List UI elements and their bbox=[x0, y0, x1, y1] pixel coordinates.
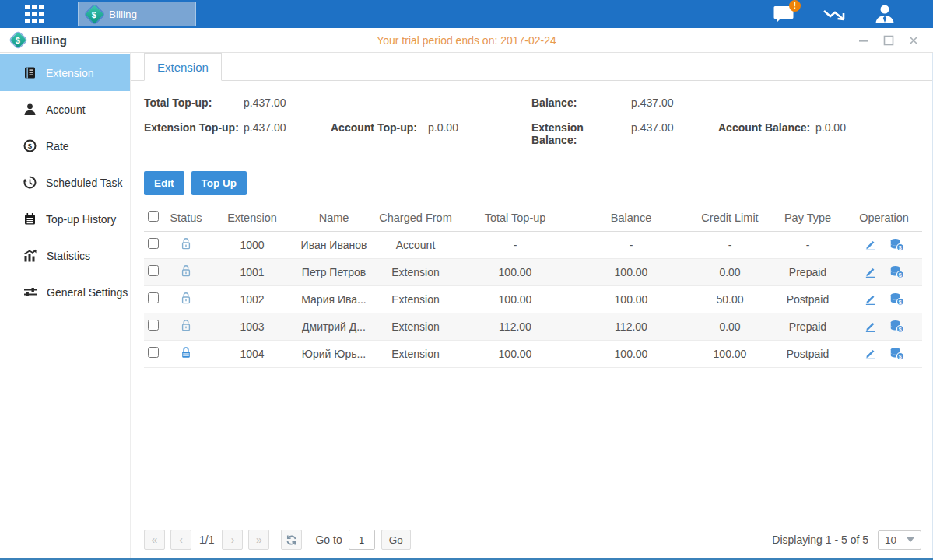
sidebar-item-rate[interactable]: $ Rate bbox=[0, 128, 130, 164]
sidebar-item-top-up-history[interactable]: Top-up History bbox=[0, 201, 130, 237]
lock-open-icon bbox=[180, 292, 192, 305]
last-page-button[interactable]: » bbox=[248, 530, 269, 550]
cell-total-top-up: 100.00 bbox=[458, 340, 572, 367]
table-row: 1002 Мария Ива... Extension 100.00 100.0… bbox=[144, 285, 922, 313]
page-size-select[interactable]: 10 bbox=[878, 530, 921, 550]
account-balance-value: p.0.00 bbox=[815, 121, 846, 134]
cell-total-top-up: - bbox=[458, 231, 572, 258]
go-to-label: Go to bbox=[315, 534, 342, 546]
first-page-button[interactable]: « bbox=[144, 530, 165, 550]
balance-value: p.437.00 bbox=[631, 96, 674, 109]
cell-extension: 1001 bbox=[209, 258, 295, 285]
billing-window-diamond-dollar-icon: $ bbox=[10, 32, 26, 48]
sidebar-item-account[interactable]: Account bbox=[0, 91, 130, 128]
edit-row-icon[interactable] bbox=[864, 238, 877, 251]
reports-chart-icon[interactable] bbox=[823, 5, 846, 23]
window-title: Billing bbox=[31, 33, 67, 47]
cell-balance: 100.00 bbox=[572, 258, 690, 285]
sidebar: Extension Account $ Rate Scheduled Task … bbox=[0, 53, 131, 558]
user-account-icon[interactable] bbox=[874, 4, 896, 24]
minimize-icon[interactable] bbox=[857, 33, 871, 47]
top-up-button[interactable]: Top Up bbox=[191, 171, 247, 195]
cell-charged-from: Extension bbox=[373, 340, 458, 367]
col-credit-limit: Credit Limit bbox=[690, 205, 770, 231]
col-operation: Operation bbox=[846, 205, 922, 231]
edit-row-icon[interactable] bbox=[864, 292, 877, 306]
table-header-row: Status Extension Name Charged From Total… bbox=[144, 205, 922, 231]
svg-text:$: $ bbox=[899, 245, 902, 251]
sidebar-item-statistics[interactable]: Statistics bbox=[0, 237, 130, 274]
cell-credit-limit: 50.00 bbox=[690, 285, 770, 313]
total-top-up-value: p.437.00 bbox=[244, 96, 286, 109]
lock-open-icon bbox=[180, 237, 192, 250]
tab-extension[interactable]: Extension bbox=[144, 53, 222, 81]
account-balance-label: Account Balance: bbox=[718, 121, 815, 134]
extension-balance-label: Extension Balance: bbox=[531, 121, 631, 146]
cell-credit-limit: - bbox=[690, 231, 770, 258]
app-launcher-grid-icon[interactable] bbox=[25, 5, 44, 23]
extension-table: Status Extension Name Charged From Total… bbox=[131, 205, 932, 368]
cell-name: Иван Иванов bbox=[295, 231, 373, 258]
top-up-row-icon[interactable]: $ bbox=[889, 320, 904, 333]
cell-name: Юрий Юрь... bbox=[295, 340, 373, 367]
row-checkbox[interactable] bbox=[148, 320, 159, 331]
refresh-icon[interactable] bbox=[281, 530, 302, 550]
cell-credit-limit: 0.00 bbox=[690, 313, 770, 340]
go-button[interactable]: Go bbox=[381, 530, 411, 550]
sidebar-item-extension[interactable]: Extension bbox=[0, 54, 130, 91]
row-checkbox[interactable] bbox=[148, 238, 159, 249]
edit-button[interactable]: Edit bbox=[144, 171, 184, 195]
top-up-row-icon[interactable]: $ bbox=[889, 347, 904, 360]
col-charged-from: Charged From bbox=[373, 205, 458, 231]
pagination-bar: « ‹ 1/1 › » Go to Go Displaying 1 - 5 of… bbox=[131, 525, 932, 558]
row-checkbox[interactable] bbox=[148, 292, 159, 303]
messages-icon[interactable]: ! bbox=[773, 5, 794, 23]
window-titlebar: $ Billing Your trial period ends on: 201… bbox=[0, 28, 933, 53]
svg-text:$: $ bbox=[899, 299, 902, 306]
table-row: 1001 Петр Петров Extension 100.00 100.00… bbox=[144, 258, 922, 285]
cell-pay-type: Postpaid bbox=[770, 285, 846, 313]
cell-pay-type: Postpaid bbox=[770, 340, 846, 367]
top-up-row-icon[interactable]: $ bbox=[889, 238, 904, 251]
page-indicator: 1/1 bbox=[199, 534, 214, 546]
col-total-top-up: Total Top-up bbox=[458, 205, 572, 231]
go-to-page-input[interactable] bbox=[349, 530, 375, 550]
row-checkbox[interactable] bbox=[148, 265, 159, 276]
tabstrip-divider bbox=[374, 53, 374, 80]
chevron-down-icon bbox=[907, 537, 914, 542]
cell-balance: - bbox=[572, 231, 690, 258]
displaying-range-text: Displaying 1 - 5 of 5 bbox=[772, 534, 868, 546]
sidebar-item-label: Top-up History bbox=[46, 213, 116, 226]
maximize-icon[interactable] bbox=[882, 33, 896, 47]
sidebar-item-general-settings[interactable]: General Settings bbox=[0, 274, 130, 310]
cell-extension: 1003 bbox=[209, 313, 295, 340]
statistics-icon bbox=[23, 249, 37, 262]
extension-top-up-value: p.437.00 bbox=[244, 121, 331, 134]
tab-strip: Extension bbox=[131, 53, 932, 81]
main-content: Extension Total Top-up: p.437.00 Extensi… bbox=[131, 53, 933, 558]
taskbar-billing-tab[interactable]: $ Billing bbox=[78, 2, 196, 26]
table-row: 1003 Дмитрий Д... Extension 112.00 112.0… bbox=[144, 313, 922, 340]
top-up-row-icon[interactable]: $ bbox=[889, 265, 904, 278]
next-page-button[interactable]: › bbox=[222, 530, 243, 550]
edit-row-icon[interactable] bbox=[864, 347, 877, 360]
dollar-circle-icon: $ bbox=[23, 139, 37, 152]
cell-extension: 1004 bbox=[209, 340, 295, 367]
svg-text:$: $ bbox=[899, 327, 902, 333]
account-top-up-label: Account Top-up: bbox=[331, 121, 428, 134]
cell-credit-limit: 0.00 bbox=[690, 258, 770, 285]
row-checkbox[interactable] bbox=[148, 347, 159, 358]
close-icon[interactable] bbox=[907, 33, 921, 47]
sidebar-item-scheduled-task[interactable]: Scheduled Task bbox=[0, 164, 130, 201]
edit-row-icon[interactable] bbox=[864, 320, 877, 333]
prev-page-button[interactable]: ‹ bbox=[170, 530, 191, 550]
page-size-value: 10 bbox=[885, 534, 896, 546]
sidebar-item-label: Scheduled Task bbox=[46, 177, 123, 189]
col-name: Name bbox=[295, 205, 373, 231]
select-all-checkbox[interactable] bbox=[148, 211, 159, 222]
top-up-row-icon[interactable]: $ bbox=[889, 292, 904, 306]
col-extension: Extension bbox=[209, 205, 295, 231]
cell-credit-limit: 100.00 bbox=[690, 340, 770, 367]
person-icon bbox=[23, 103, 37, 116]
edit-row-icon[interactable] bbox=[864, 265, 877, 278]
